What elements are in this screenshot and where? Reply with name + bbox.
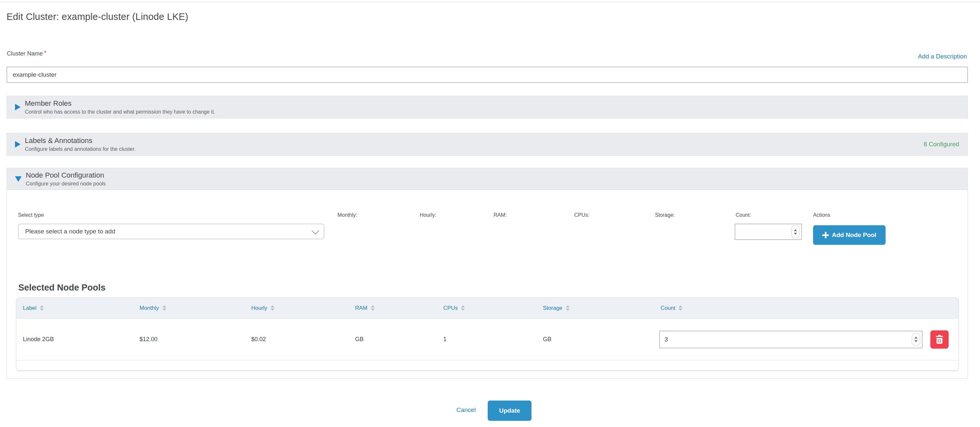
node-type-select-value: Please select a node type to add [25, 228, 115, 235]
sort-icon [270, 305, 274, 311]
edit-cluster-page: Edit Cluster: example-cluster (Linode LK… [0, 0, 980, 427]
pool-hourly-cell: $0.02 [245, 336, 348, 343]
selected-node-pools-table: Label Monthly Hourly RAM CPUs [16, 297, 959, 370]
column-header-cpus[interactable]: CPUs [437, 305, 536, 311]
count-label: Count: [736, 212, 751, 218]
column-header-storage[interactable]: Storage [536, 305, 654, 311]
cpus-label: CPUs: [574, 212, 589, 218]
number-stepper-icon[interactable] [912, 333, 920, 346]
triangle-down-icon [15, 176, 22, 182]
cluster-name-label: Cluster Name* [7, 50, 46, 57]
pool-cpus-cell: 1 [437, 336, 536, 343]
labels-annotations-title: Labels & Annotations [25, 137, 135, 145]
pool-monthly-cell: $12.00 [133, 336, 245, 343]
sort-icon [371, 305, 375, 311]
labels-annotations-subtitle: Configure labels and annotations for the… [25, 146, 135, 152]
chevron-down-icon [311, 227, 319, 234]
configured-count-badge: 8 Configured [923, 141, 959, 148]
monthly-label: Monthly: [337, 212, 357, 218]
node-pool-config-subtitle: Configure your desired node pools [26, 181, 106, 187]
node-pool-config-title: Node Pool Configuration [26, 171, 106, 179]
required-asterisk: * [44, 50, 46, 56]
member-roles-accordion[interactable]: Member Roles Control who has access to t… [6, 96, 968, 119]
node-count-field [735, 224, 802, 240]
table-footer [16, 360, 958, 370]
delete-pool-button[interactable] [930, 330, 949, 349]
top-divider [0, 2, 980, 2]
column-header-monthly[interactable]: Monthly [133, 305, 245, 311]
number-stepper-icon[interactable] [791, 225, 800, 238]
column-header-count[interactable]: Count [654, 305, 958, 311]
ram-label: RAM: [493, 212, 507, 218]
pool-count-field [659, 331, 923, 348]
add-description-link[interactable]: Add a Description [918, 53, 967, 60]
column-header-ram[interactable]: RAM [348, 305, 437, 311]
node-pool-row: Linode 2GB $12.00 $0.02 GB 1 GB [16, 319, 958, 360]
sort-icon [40, 305, 44, 311]
add-node-pool-button[interactable]: Add Node Pool [813, 225, 886, 245]
cluster-name-input[interactable] [6, 67, 968, 83]
storage-label: Storage: [655, 212, 675, 218]
selected-node-pools-heading: Selected Node Pools [18, 283, 105, 293]
table-header-row: Label Monthly Hourly RAM CPUs [16, 298, 958, 319]
sort-icon [461, 305, 465, 311]
pool-storage-cell: GB [536, 336, 654, 343]
cancel-button[interactable]: Cancel [454, 406, 477, 414]
pool-label-cell: Linode 2GB [16, 336, 133, 343]
update-button[interactable]: Update [488, 400, 531, 421]
pool-count-cell [654, 330, 958, 349]
sort-icon [162, 305, 166, 311]
hourly-label: Hourly: [420, 212, 436, 218]
select-type-label: Select type [18, 212, 44, 218]
pool-count-input[interactable] [660, 331, 922, 348]
pool-ram-cell: GB [348, 336, 437, 343]
node-type-select[interactable]: Please select a node type to add [18, 224, 325, 239]
node-pool-config-accordion[interactable]: Node Pool Configuration Configure your d… [6, 168, 968, 190]
actions-label: Actions [813, 212, 830, 218]
sort-icon [566, 305, 570, 311]
labels-annotations-accordion[interactable]: Labels & Annotations Configure labels an… [6, 133, 968, 156]
sort-icon [678, 305, 682, 311]
page-title: Edit Cluster: example-cluster (Linode LK… [6, 11, 188, 22]
member-roles-subtitle: Control who has access to the cluster an… [25, 109, 215, 115]
member-roles-title: Member Roles [25, 99, 215, 108]
triangle-right-icon [15, 104, 21, 110]
column-header-label[interactable]: Label [16, 305, 133, 311]
node-pool-config-body: Select type Monthly: Hourly: RAM: CPUs: … [6, 190, 968, 379]
trash-icon [936, 335, 943, 344]
add-node-pool-label: Add Node Pool [832, 232, 876, 239]
plus-icon [822, 232, 829, 238]
column-header-hourly[interactable]: Hourly [245, 305, 348, 311]
triangle-right-icon [15, 141, 21, 148]
